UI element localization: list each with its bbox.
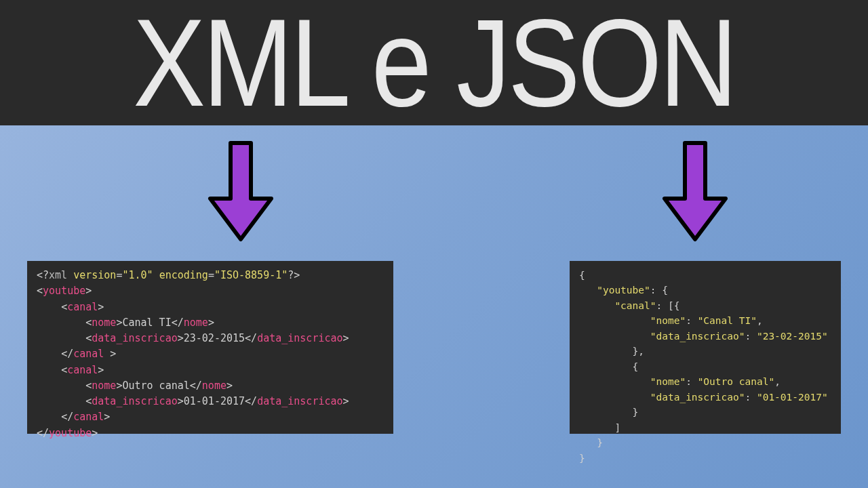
json-code-block: { "youtube": { "canal": [{ "nome": "Cana…: [570, 261, 841, 434]
page-title: XML e JSON: [133, 1, 735, 125]
arrow-down-icon: [203, 138, 278, 249]
xml-column: <?xml version="1.0" encoding="ISO-8859-1…: [27, 125, 393, 488]
xml-code-block: <?xml version="1.0" encoding="ISO-8859-1…: [27, 261, 393, 434]
content-area: <?xml version="1.0" encoding="ISO-8859-1…: [0, 125, 868, 488]
header-bar: XML e JSON: [0, 0, 868, 125]
arrow-down-icon: [658, 138, 732, 249]
json-column: { "youtube": { "canal": [{ "nome": "Cana…: [570, 125, 841, 488]
